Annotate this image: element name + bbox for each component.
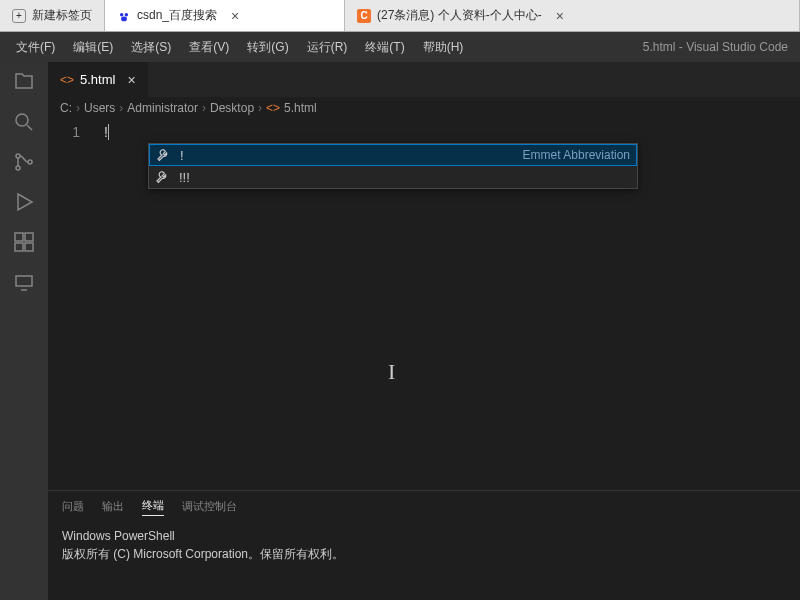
wrench-icon	[156, 147, 172, 163]
browser-tab-strip: + 新建标签页 csdn_百度搜索 × C (27条消息) 个人资料-个人中心-…	[0, 0, 800, 32]
chevron-right-icon: ›	[119, 101, 123, 115]
svg-point-2	[121, 16, 127, 21]
menu-bar: 文件(F) 编辑(E) 选择(S) 查看(V) 转到(G) 运行(R) 终端(T…	[0, 35, 471, 60]
line-number: 1	[48, 123, 80, 142]
menu-run[interactable]: 运行(R)	[299, 35, 356, 60]
bottom-panel: 问题 输出 终端 调试控制台 Windows PowerShell 版权所有 (…	[48, 490, 800, 600]
terminal-line: Windows PowerShell	[62, 527, 786, 545]
source-control-icon[interactable]	[12, 150, 36, 174]
baidu-icon	[117, 9, 131, 23]
menu-terminal[interactable]: 终端(T)	[357, 35, 412, 60]
menu-help[interactable]: 帮助(H)	[415, 35, 472, 60]
title-bar: 文件(F) 编辑(E) 选择(S) 查看(V) 转到(G) 运行(R) 终端(T…	[0, 32, 800, 62]
panel-tab-terminal[interactable]: 终端	[142, 496, 164, 516]
run-debug-icon[interactable]	[12, 190, 36, 214]
terminal-body[interactable]: Windows PowerShell 版权所有 (C) Microsoft Co…	[48, 521, 800, 600]
terminal-line: 版权所有 (C) Microsoft Corporation。保留所有权利。	[62, 545, 786, 563]
html-file-icon: <>	[60, 73, 74, 87]
remote-icon[interactable]	[12, 270, 36, 294]
crumb[interactable]: Administrator	[127, 101, 198, 115]
svg-point-6	[28, 160, 32, 164]
suggest-item[interactable]: ! Emmet Abbreviation	[149, 144, 637, 166]
i-beam-cursor-icon: I	[388, 359, 395, 385]
panel-tab-problems[interactable]: 问题	[62, 497, 84, 516]
chevron-right-icon: ›	[202, 101, 206, 115]
browser-tab-csdn[interactable]: csdn_百度搜索 ×	[105, 0, 345, 31]
main-area: <> 5.html × C: › Users › Administrator ›…	[0, 62, 800, 600]
html-file-icon: <>	[266, 101, 280, 115]
svg-point-4	[16, 154, 20, 158]
svg-rect-11	[16, 276, 32, 286]
panel-tab-output[interactable]: 输出	[102, 497, 124, 516]
new-tab-icon: +	[12, 9, 26, 23]
intellisense-suggest-widget[interactable]: ! Emmet Abbreviation !!!	[148, 143, 638, 189]
menu-go[interactable]: 转到(G)	[239, 35, 296, 60]
search-icon[interactable]	[12, 110, 36, 134]
breadcrumbs[interactable]: C: › Users › Administrator › Desktop › <…	[48, 97, 800, 119]
svg-rect-9	[15, 243, 23, 251]
code-editor[interactable]: 1 ! ! Emmet Abbreviation	[48, 119, 800, 490]
menu-selection[interactable]: 选择(S)	[123, 35, 179, 60]
tab-close-icon[interactable]: ×	[231, 8, 239, 24]
browser-tab-label: csdn_百度搜索	[137, 7, 217, 24]
panel-tab-debug-console[interactable]: 调试控制台	[182, 497, 237, 516]
editor-area: <> 5.html × C: › Users › Administrator ›…	[48, 62, 800, 600]
editor-tab-close-icon[interactable]: ×	[127, 72, 135, 88]
editor-tab-5html[interactable]: <> 5.html ×	[48, 62, 149, 97]
crumb[interactable]: Desktop	[210, 101, 254, 115]
window-title: 5.html - Visual Studio Code	[643, 40, 800, 54]
suggest-label: !!!	[179, 170, 190, 185]
browser-tab-newtab[interactable]: + 新建标签页	[0, 0, 105, 31]
panel-tab-row: 问题 输出 终端 调试控制台	[48, 491, 800, 521]
chevron-right-icon: ›	[258, 101, 262, 115]
svg-point-1	[125, 13, 128, 17]
svg-rect-8	[25, 233, 33, 241]
vscode-window: 文件(F) 编辑(E) 选择(S) 查看(V) 转到(G) 运行(R) 终端(T…	[0, 32, 800, 600]
browser-tab-label: 新建标签页	[32, 7, 92, 24]
svg-rect-10	[25, 243, 33, 251]
chevron-right-icon: ›	[76, 101, 80, 115]
csdn-c-icon: C	[357, 9, 371, 23]
editor-tabs: <> 5.html ×	[48, 62, 800, 97]
menu-file[interactable]: 文件(F)	[8, 35, 63, 60]
code-content[interactable]: !	[104, 123, 109, 142]
crumb[interactable]: 5.html	[284, 101, 317, 115]
text-cursor	[108, 124, 109, 140]
line-number-gutter: 1	[48, 119, 96, 142]
svg-rect-7	[15, 233, 23, 241]
suggest-item[interactable]: !!!	[149, 166, 637, 188]
menu-view[interactable]: 查看(V)	[181, 35, 237, 60]
activity-bar	[0, 62, 48, 600]
editor-tab-label: 5.html	[80, 72, 115, 87]
svg-point-5	[16, 166, 20, 170]
browser-tab-label: (27条消息) 个人资料-个人中心-	[377, 7, 542, 24]
suggest-label: !	[180, 148, 184, 163]
wrench-icon	[155, 169, 171, 185]
svg-point-3	[16, 114, 28, 126]
suggest-detail: Emmet Abbreviation	[523, 148, 630, 162]
svg-point-0	[120, 13, 124, 17]
browser-tab-profile[interactable]: C (27条消息) 个人资料-个人中心- ×	[345, 0, 800, 31]
crumb[interactable]: C:	[60, 101, 72, 115]
tab-close-icon[interactable]: ×	[556, 8, 564, 24]
explorer-icon[interactable]	[12, 70, 36, 94]
extensions-icon[interactable]	[12, 230, 36, 254]
crumb[interactable]: Users	[84, 101, 115, 115]
menu-edit[interactable]: 编辑(E)	[65, 35, 121, 60]
